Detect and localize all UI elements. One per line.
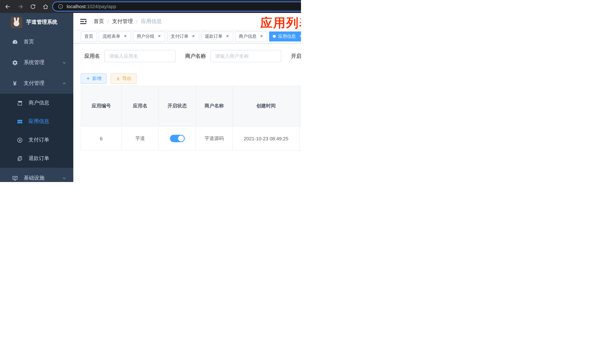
tab-label: 流程表单 (103, 33, 120, 39)
export-button-label: 导出 (122, 75, 131, 82)
tab-refund-orders[interactable]: 退款订单 (201, 31, 233, 41)
merchant-name-input[interactable] (210, 50, 281, 62)
navbar: 首页 / 支付管理 / 应用信息 应用列表 TT (73, 13, 301, 30)
document-copy-icon (16, 155, 23, 162)
breadcrumb-separator: / (136, 18, 138, 24)
sidebar-item-label: 系统管理 (24, 59, 44, 66)
url-path: :1024/pay/app (86, 4, 116, 9)
home-icon (43, 3, 49, 10)
browser-forward-button[interactable] (16, 2, 25, 11)
sidebar-item-label: 商户信息 (29, 100, 49, 106)
hamburger-icon (79, 17, 87, 25)
url-host: localhost (67, 4, 86, 9)
tab-label: 用户分组 (137, 33, 154, 39)
screen: localhost:1024/pay/app 10 1 y (0, 0, 301, 182)
sidebar-item-label: 支付订单 (29, 137, 49, 143)
forward-icon (17, 3, 23, 10)
tab-payment-orders[interactable]: 支付订单 (167, 31, 199, 41)
sidebar-item-payment-orders[interactable]: 支付订单 (0, 131, 73, 149)
tags-view: 首页 流程表单 用户分组 支付订单 退款订单 商户信息 应用信息 (73, 30, 301, 43)
breadcrumb-current: 应用信息 (141, 18, 162, 25)
breadcrumb-separator: / (107, 18, 109, 24)
col-app-id: 应用编号 (81, 86, 122, 127)
tab-label: 支付订单 (171, 33, 188, 39)
add-button-label: 新增 (92, 75, 101, 82)
tab-close-icon[interactable] (298, 34, 301, 39)
sidebar-item-label: 首页 (24, 39, 34, 45)
col-status: 开启状态 (159, 86, 196, 127)
sidebar-item-refund-orders[interactable]: 退款订单 (0, 149, 73, 168)
tab-label: 首页 (85, 33, 93, 39)
chevron-down-icon (62, 60, 67, 65)
url-bar[interactable]: localhost:1024/pay/app (52, 1, 301, 11)
breadcrumb: 首页 / 支付管理 / 应用信息 (94, 18, 162, 25)
col-created: 创建时间 (233, 86, 299, 127)
back-icon (5, 3, 11, 10)
yen-icon: ¥ (11, 80, 18, 87)
app-name-input[interactable] (104, 50, 175, 62)
export-button[interactable]: 导出 (111, 73, 137, 84)
sidebar-item-label: 支付管理 (24, 80, 44, 87)
sidebar-item-label: 应用信息 (29, 118, 49, 125)
tab-user-group[interactable]: 用户分组 (133, 31, 165, 41)
sidebar-item-system[interactable]: 系统管理 (0, 52, 73, 73)
plus-icon (86, 76, 90, 81)
dashboard-icon (11, 39, 18, 45)
page-content: 应用名 商户名称 开启状态 请选择开启状态 搜索 重置 (73, 43, 301, 182)
browser-back-button[interactable] (3, 2, 13, 11)
browser-reload-button[interactable] (28, 2, 38, 11)
sidebar-item-payment[interactable]: ¥ 支付管理 (0, 73, 73, 94)
tab-close-icon[interactable] (259, 34, 264, 39)
sidebar-logo: 芋道管理系统 (0, 13, 73, 32)
sidebar-collapse-button[interactable] (79, 17, 87, 25)
sidebar-item-infrastructure[interactable]: 基础设施 (0, 168, 73, 182)
yen-circle-icon (16, 137, 23, 143)
add-button[interactable]: 新增 (81, 73, 107, 84)
tab-close-icon[interactable] (123, 34, 127, 39)
table-toolbar: 新增 导出 (81, 73, 301, 84)
sidebar-item-label: 基础设施 (24, 175, 44, 182)
status-toggle[interactable] (170, 135, 184, 142)
col-app-name: 应用名 (122, 86, 159, 127)
grid-icon (16, 118, 23, 125)
filter-form: 应用名 商户名称 开启状态 请选择开启状态 搜索 重置 (81, 50, 301, 62)
tab-home[interactable]: 首页 (81, 31, 97, 41)
col-merchant: 商户名称 (196, 86, 233, 127)
gear-icon (11, 59, 18, 66)
rabbit-logo-image (11, 16, 22, 28)
sidebar-item-merchant-info[interactable]: 商户信息 (0, 94, 73, 112)
main-area: 首页 / 支付管理 / 应用信息 应用列表 TT (73, 13, 301, 182)
app-table: 应用编号 应用名 开启状态 商户名称 创建时间 支付宝配置 微信配置 操作 支付… (81, 86, 301, 151)
merchant-name-label: 商户名称 (185, 53, 206, 59)
site-info-icon[interactable] (58, 4, 63, 9)
group-alipay-config: 支付宝配置 (299, 86, 301, 103)
browser-toolbar: localhost:1024/pay/app 10 1 y (0, 0, 301, 13)
cell-app-id: 6 (81, 127, 122, 150)
sidebar-item-app-info[interactable]: 应用信息 (0, 112, 73, 131)
breadcrumb-home[interactable]: 首页 (94, 18, 104, 25)
sidebar-item-label: 退款订单 (29, 155, 49, 162)
tab-app-info[interactable]: 应用信息 (269, 31, 301, 41)
download-icon (116, 76, 120, 81)
tab-close-icon[interactable] (191, 34, 195, 39)
tab-process-form[interactable]: 流程表单 (99, 31, 131, 41)
app-title: 芋道管理系统 (26, 19, 57, 26)
cell-app-name: 芋道 (122, 127, 159, 150)
table-row: 6 芋道 芋道源码 2021-10-23 08:49:25 (81, 127, 301, 150)
browser-home-button[interactable] (41, 2, 50, 11)
sidebar-item-home[interactable]: 首页 (0, 32, 73, 52)
status-label: 开启状态 (291, 53, 301, 59)
tab-close-icon[interactable] (157, 34, 161, 39)
pagination: 共 1 条 10条/页 1 前往 页 (81, 160, 301, 170)
tab-close-icon[interactable] (225, 34, 230, 39)
cell-created-at: 2021-10-23 08:49:25 (233, 127, 299, 150)
tab-merchant-info[interactable]: 商户信息 (235, 31, 267, 41)
breadcrumb-payment[interactable]: 支付管理 (112, 18, 133, 25)
cell-merchant: 芋道源码 (196, 127, 233, 150)
storefront-icon (16, 100, 23, 106)
sidebar: 芋道管理系统 首页 系统管理 ¥ 支付管理 (0, 13, 73, 182)
tab-label: 退款订单 (205, 33, 223, 39)
chevron-down-icon (62, 176, 67, 181)
reload-icon (30, 3, 36, 10)
tab-label: 商户信息 (239, 33, 257, 39)
